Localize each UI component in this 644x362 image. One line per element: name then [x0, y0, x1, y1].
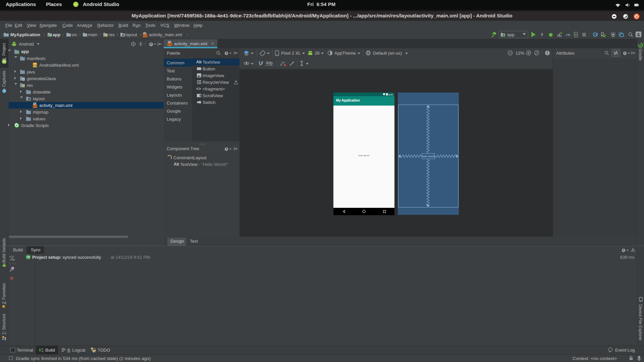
- svg-text:01: 01: [41, 348, 44, 350]
- svg-text:ab: ab: [12, 258, 15, 261]
- svg-text:8:00: 8:00: [388, 94, 393, 96]
- svg-text:F: F: [9, 255, 11, 258]
- svg-text:10: 10: [41, 350, 44, 353]
- svg-text:Hello World!: Hello World!: [422, 155, 435, 158]
